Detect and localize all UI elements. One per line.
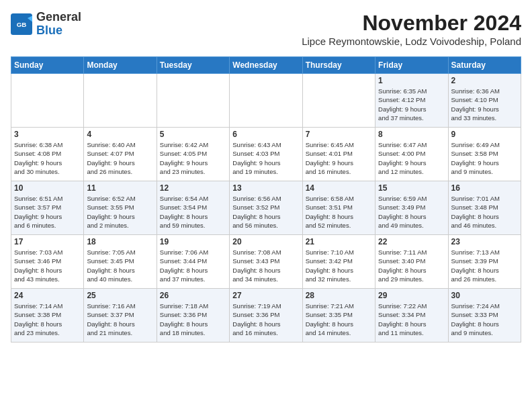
calendar-cell: 26Sunrise: 7:18 AM Sunset: 3:36 PM Dayli…: [157, 289, 229, 342]
day-info: Sunrise: 6:54 AM Sunset: 3:54 PM Dayligh…: [160, 194, 226, 230]
day-number: 2: [451, 76, 518, 85]
calendar-cell: 29Sunrise: 7:22 AM Sunset: 3:34 PM Dayli…: [375, 289, 448, 342]
day-number: 3: [14, 130, 81, 139]
calendar-cell: 19Sunrise: 7:06 AM Sunset: 3:44 PM Dayli…: [157, 235, 229, 289]
day-info: Sunrise: 6:38 AM Sunset: 4:08 PM Dayligh…: [14, 140, 81, 176]
day-number: 28: [306, 291, 372, 300]
calendar-cell: 25Sunrise: 7:16 AM Sunset: 3:37 PM Dayli…: [84, 289, 157, 342]
calendar-cell: 27Sunrise: 7:19 AM Sunset: 3:36 PM Dayli…: [230, 289, 302, 342]
day-number: 19: [160, 237, 226, 246]
day-number: 30: [451, 291, 518, 300]
calendar-cell: 14Sunrise: 6:58 AM Sunset: 3:51 PM Dayli…: [302, 181, 375, 235]
day-info: Sunrise: 6:52 AM Sunset: 3:55 PM Dayligh…: [87, 194, 153, 230]
calendar-cell: 8Sunrise: 6:47 AM Sunset: 4:00 PM Daylig…: [375, 128, 448, 181]
day-info: Sunrise: 6:40 AM Sunset: 4:07 PM Dayligh…: [87, 140, 153, 176]
day-number: 8: [378, 130, 445, 139]
day-number: 10: [14, 183, 81, 193]
day-number: 5: [160, 130, 226, 139]
day-of-week-header: Thursday: [302, 57, 375, 74]
day-number: 13: [232, 183, 299, 193]
calendar-cell: 23Sunrise: 7:13 AM Sunset: 3:39 PM Dayli…: [448, 235, 521, 289]
day-number: 25: [87, 291, 153, 300]
day-info: Sunrise: 7:05 AM Sunset: 3:45 PM Dayligh…: [87, 248, 153, 283]
calendar-cell: 22Sunrise: 7:11 AM Sunset: 3:40 PM Dayli…: [375, 235, 448, 289]
calendar-week-row: 10Sunrise: 6:51 AM Sunset: 3:57 PM Dayli…: [11, 181, 521, 235]
calendar-cell: 17Sunrise: 7:03 AM Sunset: 3:46 PM Dayli…: [11, 235, 84, 289]
day-number: 14: [306, 183, 372, 193]
day-number: 9: [451, 130, 518, 139]
day-info: Sunrise: 6:45 AM Sunset: 4:01 PM Dayligh…: [306, 140, 372, 176]
svg-text:GB: GB: [17, 20, 27, 28]
calendar-cell: 10Sunrise: 6:51 AM Sunset: 3:57 PM Dayli…: [11, 181, 84, 235]
day-info: Sunrise: 7:08 AM Sunset: 3:43 PM Dayligh…: [232, 248, 299, 283]
logo-blue-text: Blue: [36, 24, 62, 37]
day-number: 7: [306, 130, 372, 139]
day-info: Sunrise: 6:56 AM Sunset: 3:52 PM Dayligh…: [232, 194, 299, 230]
logo: GB General Blue: [11, 11, 81, 38]
day-info: Sunrise: 6:47 AM Sunset: 4:00 PM Dayligh…: [378, 140, 445, 176]
day-info: Sunrise: 6:49 AM Sunset: 3:58 PM Dayligh…: [451, 140, 518, 176]
day-info: Sunrise: 7:19 AM Sunset: 3:36 PM Dayligh…: [232, 302, 299, 337]
calendar-cell: [11, 74, 84, 128]
calendar-cell: 15Sunrise: 6:59 AM Sunset: 3:49 PM Dayli…: [375, 181, 448, 235]
day-info: Sunrise: 7:10 AM Sunset: 3:42 PM Dayligh…: [306, 248, 372, 283]
day-info: Sunrise: 7:16 AM Sunset: 3:37 PM Dayligh…: [87, 302, 153, 337]
calendar-cell: 5Sunrise: 6:42 AM Sunset: 4:05 PM Daylig…: [157, 128, 229, 181]
calendar-cell: [230, 74, 302, 128]
location-title: Lipce Reymontowskie, Lodz Voivodeship, P…: [302, 36, 521, 47]
day-of-week-header: Tuesday: [157, 57, 229, 74]
calendar-week-row: 17Sunrise: 7:03 AM Sunset: 3:46 PM Dayli…: [11, 235, 521, 289]
day-number: 1: [378, 76, 445, 85]
day-info: Sunrise: 7:18 AM Sunset: 3:36 PM Dayligh…: [160, 302, 226, 337]
day-number: 27: [232, 291, 299, 300]
day-of-week-header: Friday: [375, 57, 448, 74]
month-title: November 2024: [302, 11, 521, 36]
day-number: 22: [378, 237, 445, 246]
calendar-cell: 16Sunrise: 7:01 AM Sunset: 3:48 PM Dayli…: [448, 181, 521, 235]
calendar-cell: 13Sunrise: 6:56 AM Sunset: 3:52 PM Dayli…: [230, 181, 302, 235]
calendar-cell: 28Sunrise: 7:21 AM Sunset: 3:35 PM Dayli…: [302, 289, 375, 342]
calendar-cell: 21Sunrise: 7:10 AM Sunset: 3:42 PM Dayli…: [302, 235, 375, 289]
calendar-week-row: 1Sunrise: 6:35 AM Sunset: 4:12 PM Daylig…: [11, 74, 521, 128]
calendar-table: SundayMondayTuesdayWednesdayThursdayFrid…: [11, 56, 521, 342]
day-number: 26: [160, 291, 226, 300]
calendar-cell: 2Sunrise: 6:36 AM Sunset: 4:10 PM Daylig…: [448, 74, 521, 128]
day-info: Sunrise: 7:22 AM Sunset: 3:34 PM Dayligh…: [378, 302, 445, 337]
calendar-cell: 4Sunrise: 6:40 AM Sunset: 4:07 PM Daylig…: [84, 128, 157, 181]
calendar-cell: 6Sunrise: 6:43 AM Sunset: 4:03 PM Daylig…: [230, 128, 302, 181]
day-number: 29: [378, 291, 445, 300]
calendar-week-row: 3Sunrise: 6:38 AM Sunset: 4:08 PM Daylig…: [11, 128, 521, 181]
day-of-week-header: Sunday: [11, 57, 84, 74]
day-number: 16: [451, 183, 518, 193]
day-of-week-header: Saturday: [448, 57, 521, 74]
day-info: Sunrise: 7:11 AM Sunset: 3:40 PM Dayligh…: [378, 248, 445, 283]
calendar-cell: [302, 74, 375, 128]
day-info: Sunrise: 6:43 AM Sunset: 4:03 PM Dayligh…: [232, 140, 299, 176]
day-number: 12: [160, 183, 226, 193]
day-of-week-header: Monday: [84, 57, 157, 74]
calendar-cell: 20Sunrise: 7:08 AM Sunset: 3:43 PM Dayli…: [230, 235, 302, 289]
calendar-cell: 24Sunrise: 7:14 AM Sunset: 3:38 PM Dayli…: [11, 289, 84, 342]
calendar-cell: 11Sunrise: 6:52 AM Sunset: 3:55 PM Dayli…: [84, 181, 157, 235]
calendar-week-row: 24Sunrise: 7:14 AM Sunset: 3:38 PM Dayli…: [11, 289, 521, 342]
day-info: Sunrise: 6:51 AM Sunset: 3:57 PM Dayligh…: [14, 194, 81, 230]
day-info: Sunrise: 7:14 AM Sunset: 3:38 PM Dayligh…: [14, 302, 81, 337]
calendar-header-row: SundayMondayTuesdayWednesdayThursdayFrid…: [11, 57, 521, 74]
day-info: Sunrise: 6:59 AM Sunset: 3:49 PM Dayligh…: [378, 194, 445, 230]
day-info: Sunrise: 7:21 AM Sunset: 3:35 PM Dayligh…: [306, 302, 372, 337]
day-info: Sunrise: 7:13 AM Sunset: 3:39 PM Dayligh…: [451, 248, 518, 283]
day-info: Sunrise: 6:42 AM Sunset: 4:05 PM Dayligh…: [160, 140, 226, 176]
day-number: 18: [87, 237, 153, 246]
logo-general-text: General: [36, 10, 81, 24]
day-number: 23: [451, 237, 518, 246]
calendar-body: 1Sunrise: 6:35 AM Sunset: 4:12 PM Daylig…: [11, 74, 521, 342]
calendar-cell: 9Sunrise: 6:49 AM Sunset: 3:58 PM Daylig…: [448, 128, 521, 181]
day-number: 4: [87, 130, 153, 139]
day-info: Sunrise: 7:03 AM Sunset: 3:46 PM Dayligh…: [14, 248, 81, 283]
day-of-week-header: Wednesday: [230, 57, 302, 74]
logo-icon: GB: [11, 13, 32, 35]
day-number: 20: [232, 237, 299, 246]
calendar-cell: 12Sunrise: 6:54 AM Sunset: 3:54 PM Dayli…: [157, 181, 229, 235]
day-number: 15: [378, 183, 445, 193]
calendar-cell: 3Sunrise: 6:38 AM Sunset: 4:08 PM Daylig…: [11, 128, 84, 181]
